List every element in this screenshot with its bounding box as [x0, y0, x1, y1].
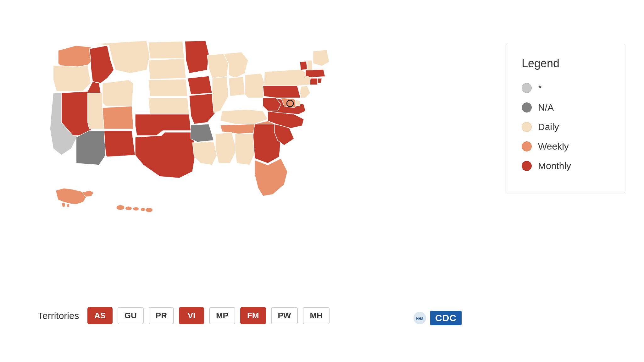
svg-point-0	[116, 205, 125, 210]
cdc-logo: HHS CDC	[412, 310, 462, 326]
svg-point-2	[133, 207, 139, 211]
territory-badge-pr[interactable]: PR	[149, 307, 174, 324]
svg-point-4	[146, 208, 153, 212]
legend-label-asterisk: *	[538, 83, 542, 93]
legend-item-monthly: Monthly	[522, 161, 609, 171]
legend-color-na	[522, 102, 532, 112]
map-area: Territories ASGUPRVIMPFMPWMH HHS CDC	[19, 13, 506, 349]
svg-point-3	[141, 208, 146, 211]
territory-badge-mp[interactable]: MP	[209, 307, 235, 324]
svg-point-1	[125, 206, 132, 211]
hhs-icon: HHS	[412, 310, 428, 326]
legend-item-na: N/A	[522, 102, 609, 113]
legend-color-daily	[522, 122, 532, 132]
territory-badge-gu[interactable]: GU	[118, 307, 144, 324]
legend-item-daily: Daily	[522, 122, 609, 132]
legend-color-asterisk	[522, 83, 532, 93]
svg-text:HHS: HHS	[416, 317, 423, 321]
territory-badge-vi[interactable]: VI	[179, 307, 204, 324]
territory-badge-mh[interactable]: MH	[303, 307, 329, 324]
territories-label: Territories	[38, 310, 79, 321]
territory-badge-pw[interactable]: PW	[271, 307, 298, 324]
territory-badge-as[interactable]: AS	[87, 307, 113, 324]
legend-color-monthly	[522, 161, 532, 171]
legend-panel: Legend * N/A Daily Weekly Monthly	[506, 44, 625, 193]
legend-label-weekly: Weekly	[538, 141, 569, 152]
legend-title: Legend	[522, 57, 609, 70]
legend-label-na: N/A	[538, 102, 554, 113]
us-map	[19, 19, 333, 264]
territory-badge-fm[interactable]: FM	[240, 307, 266, 324]
cdc-badge: CDC	[430, 311, 462, 325]
main-container: Territories ASGUPRVIMPFMPWMH HHS CDC Leg…	[0, 0, 644, 362]
legend-color-weekly	[522, 141, 532, 151]
territories-row: Territories ASGUPRVIMPFMPWMH	[38, 307, 330, 324]
legend-label-daily: Daily	[538, 122, 559, 132]
legend-label-monthly: Monthly	[538, 161, 571, 171]
legend-item-asterisk: *	[522, 83, 609, 93]
legend-item-weekly: Weekly	[522, 141, 609, 152]
